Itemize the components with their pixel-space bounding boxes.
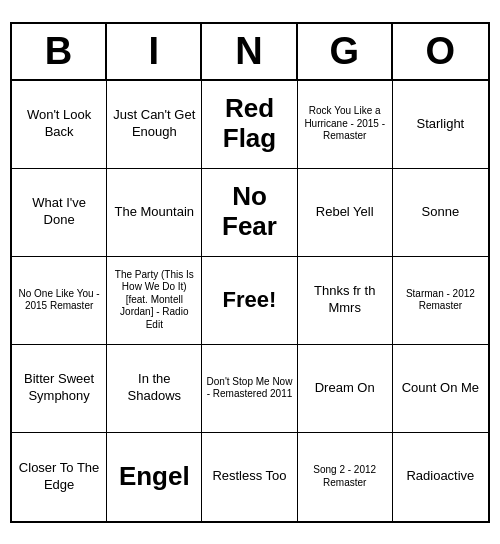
cell-text: Red Flag [206,94,292,154]
cell-text: Bitter Sweet Symphony [16,371,102,405]
bingo-cell: The Party (This Is How We Do It) [feat. … [107,257,202,345]
cell-text: Starlight [417,116,465,133]
bingo-cell: Free! [202,257,297,345]
bingo-cell: In the Shadows [107,345,202,433]
cell-text: Dream On [315,380,375,397]
bingo-cell: Won't Look Back [12,81,107,169]
cell-text: Won't Look Back [16,107,102,141]
cell-text: Song 2 - 2012 Remaster [302,464,388,489]
header-letter: B [12,24,107,79]
bingo-cell: Red Flag [202,81,297,169]
bingo-cell: Just Can't Get Enough [107,81,202,169]
cell-text: Thnks fr th Mmrs [302,283,388,317]
cell-text: Sonne [422,204,460,221]
bingo-cell: Restless Too [202,433,297,521]
bingo-cell: Sonne [393,169,488,257]
bingo-cell: Closer To The Edge [12,433,107,521]
bingo-grid: Won't Look BackJust Can't Get EnoughRed … [12,81,488,521]
cell-text: Radioactive [406,468,474,485]
bingo-cell: Rebel Yell [298,169,393,257]
bingo-cell: Dream On [298,345,393,433]
bingo-cell: Don't Stop Me Now - Remastered 2011 [202,345,297,433]
cell-text: In the Shadows [111,371,197,405]
bingo-cell: Song 2 - 2012 Remaster [298,433,393,521]
cell-text: No Fear [206,182,292,242]
cell-text: What I've Done [16,195,102,229]
header-letter: G [298,24,393,79]
cell-text: Engel [119,462,190,492]
bingo-cell: Starlight [393,81,488,169]
bingo-cell: Bitter Sweet Symphony [12,345,107,433]
cell-text: Closer To The Edge [16,460,102,494]
cell-text: Starman - 2012 Remaster [397,288,484,313]
cell-text: The Party (This Is How We Do It) [feat. … [111,269,197,332]
bingo-header: BINGO [12,24,488,81]
bingo-cell: No Fear [202,169,297,257]
header-letter: N [202,24,297,79]
cell-text: Don't Stop Me Now - Remastered 2011 [206,376,292,401]
bingo-cell: Thnks fr th Mmrs [298,257,393,345]
bingo-cell: Count On Me [393,345,488,433]
bingo-card: BINGO Won't Look BackJust Can't Get Enou… [10,22,490,523]
header-letter: O [393,24,488,79]
cell-text: Restless Too [212,468,286,485]
cell-text: Count On Me [402,380,479,397]
cell-text: Rebel Yell [316,204,374,221]
bingo-cell: Radioactive [393,433,488,521]
cell-text: No One Like You - 2015 Remaster [16,288,102,313]
bingo-cell: Rock You Like a Hurricane - 2015 - Remas… [298,81,393,169]
bingo-cell: What I've Done [12,169,107,257]
cell-text: Just Can't Get Enough [111,107,197,141]
bingo-cell: No One Like You - 2015 Remaster [12,257,107,345]
header-letter: I [107,24,202,79]
bingo-cell: Starman - 2012 Remaster [393,257,488,345]
cell-text: Rock You Like a Hurricane - 2015 - Remas… [302,105,388,143]
bingo-cell: Engel [107,433,202,521]
bingo-cell: The Mountain [107,169,202,257]
cell-text: The Mountain [115,204,195,221]
cell-text: Free! [223,286,277,315]
